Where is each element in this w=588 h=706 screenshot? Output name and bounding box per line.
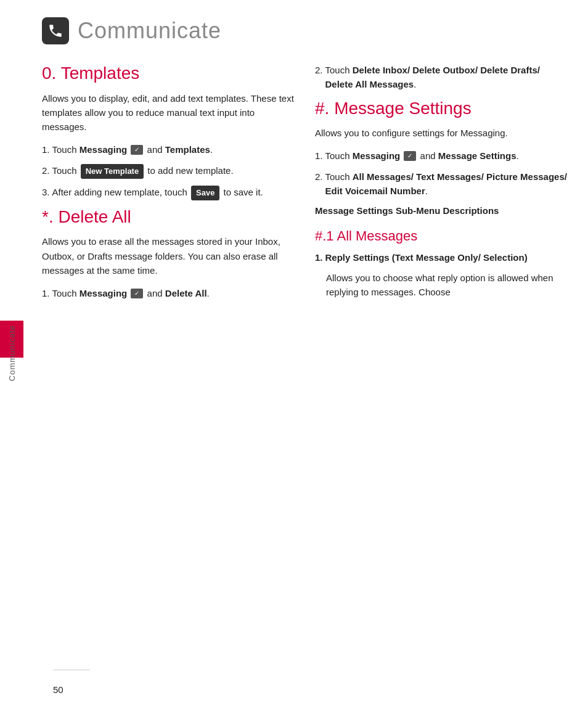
list-num-ms2: 2.: [315, 170, 323, 184]
delete-inbox-bold: Delete Inbox/ Delete Outbox/ Delete Draf…: [325, 65, 540, 89]
all-messages-bold: All Messages/ Text Messages/ Picture Mes…: [325, 171, 567, 196]
messaging-icon: [131, 145, 143, 155]
reply-settings-body: Allows you to choose what reply option i…: [315, 271, 570, 300]
list-item: 1. Touch Messaging and Message Settings.: [315, 149, 570, 163]
page-title: Communicate: [78, 18, 221, 44]
messaging-icon-2: [131, 289, 143, 298]
list-content-ms1: Touch Messaging and Message Settings.: [325, 149, 570, 163]
list-content-da-1: Touch Messaging and Delete All.: [52, 286, 296, 300]
sidebar: Communicate: [0, 0, 23, 706]
new-template-button[interactable]: New Template: [81, 164, 144, 179]
messaging-icon-3: [404, 151, 416, 161]
communicate-icon: [42, 17, 69, 44]
page-number: 50: [53, 684, 63, 695]
left-column: 0. Templates Allows you to display, edit…: [42, 57, 296, 308]
reply-settings-bold: Reply Settings (Text Message Only/ Selec…: [325, 252, 528, 263]
list-item: 1. Touch Messaging and Delete All.: [42, 286, 296, 300]
message-settings-bold: Message Settings: [438, 150, 517, 161]
list-item: 1. Reply Settings (Text Message Only/ Se…: [315, 250, 570, 265]
delete-all-body: Allows you to erase all the messages sto…: [42, 234, 296, 277]
message-settings-heading: #. Message Settings: [315, 98, 570, 119]
list-item: 2. Touch Delete Inbox/ Delete Outbox/ De…: [315, 63, 570, 92]
messaging-bold-3: Messaging: [353, 150, 401, 161]
list-num-ms1: 1.: [315, 149, 323, 163]
list-content-d2: Touch Delete Inbox/ Delete Outbox/ Delet…: [325, 63, 570, 92]
page-header: Communicate: [23, 0, 588, 57]
page-divider: [53, 670, 90, 670]
right-column: 2. Touch Delete Inbox/ Delete Outbox/ De…: [315, 57, 570, 308]
messaging-bold-2: Messaging: [80, 288, 128, 298]
delete-item-2-container: 2. Touch Delete Inbox/ Delete Outbox/ De…: [315, 63, 570, 92]
templates-bold: Templates: [165, 144, 210, 155]
list-content-2: Touch New Template to add new template.: [52, 163, 296, 179]
save-button[interactable]: Save: [191, 186, 219, 200]
list-num-2: 2.: [42, 163, 50, 178]
message-settings-body: Allows you to configure settings for Mes…: [315, 126, 570, 140]
list-num-rs1: 1.: [315, 250, 323, 265]
list-content-3: After adding new template, touch Save to…: [52, 185, 296, 200]
list-num-da-1: 1.: [42, 286, 50, 300]
all-messages-subheading: #.1 All Messages: [315, 228, 570, 244]
list-num-d2: 2.: [315, 63, 323, 77]
templates-body: Allows you to display, edit, and add tex…: [42, 91, 296, 134]
submenu-heading: Message Settings Sub-Menu Descriptions: [315, 204, 570, 218]
list-item: 2. Touch All Messages/ Text Messages/ Pi…: [315, 170, 570, 199]
phone-svg-icon: [47, 23, 63, 39]
messaging-bold: Messaging: [80, 144, 128, 155]
list-content-ms2: Touch All Messages/ Text Messages/ Pictu…: [325, 170, 570, 199]
list-num-3: 3.: [42, 185, 50, 199]
list-item: 1. Touch Messaging and Templates.: [42, 142, 296, 157]
delete-all-heading: *. Delete All: [42, 207, 296, 228]
sidebar-label: Communicate: [7, 325, 17, 381]
templates-heading: 0. Templates: [42, 63, 296, 84]
delete-all-bold: Delete All: [165, 288, 207, 298]
list-content-1: Touch Messaging and Templates.: [52, 142, 296, 157]
main-content: Communicate 0. Templates Allows you to d…: [23, 0, 588, 706]
submenu-heading-text: Message Settings Sub-Menu Descriptions: [315, 205, 499, 216]
list-content-rs1: Reply Settings (Text Message Only/ Selec…: [325, 250, 570, 265]
list-item: 2. Touch New Template to add new templat…: [42, 163, 296, 179]
list-num-1: 1.: [42, 142, 50, 157]
list-item: 3. After adding new template, touch Save…: [42, 185, 296, 200]
content-columns: 0. Templates Allows you to display, edit…: [23, 57, 588, 308]
